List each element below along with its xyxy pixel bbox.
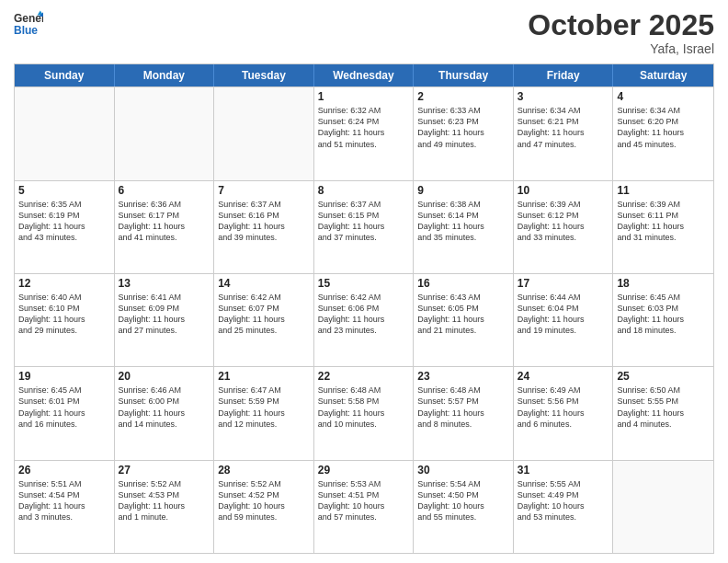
day-number: 15 — [318, 277, 410, 290]
day-cell-empty — [613, 461, 713, 553]
day-number: 13 — [119, 277, 210, 290]
day-cell-27: 27Sunrise: 5:52 AM Sunset: 4:53 PM Dayli… — [115, 461, 215, 553]
day-info: Sunrise: 5:52 AM Sunset: 4:53 PM Dayligh… — [119, 478, 210, 523]
location: Yafa, Israel — [528, 41, 714, 56]
calendar-row-3: 19Sunrise: 6:45 AM Sunset: 6:01 PM Dayli… — [15, 366, 713, 459]
day-number: 6 — [119, 184, 210, 197]
day-number: 26 — [18, 464, 110, 477]
day-number: 21 — [218, 370, 310, 383]
calendar-body: 1Sunrise: 6:32 AM Sunset: 6:24 PM Daylig… — [15, 86, 713, 553]
day-cell-5: 5Sunrise: 6:35 AM Sunset: 6:19 PM Daylig… — [15, 181, 115, 273]
day-cell-8: 8Sunrise: 6:37 AM Sunset: 6:15 PM Daylig… — [314, 181, 415, 273]
svg-text:Blue: Blue — [14, 24, 38, 37]
day-cell-23: 23Sunrise: 6:48 AM Sunset: 5:57 PM Dayli… — [414, 367, 514, 459]
day-info: Sunrise: 6:49 AM Sunset: 5:56 PM Dayligh… — [518, 385, 609, 430]
day-number: 23 — [417, 370, 509, 383]
calendar-row-1: 5Sunrise: 6:35 AM Sunset: 6:19 PM Daylig… — [15, 180, 713, 273]
day-number: 30 — [417, 464, 509, 477]
day-cell-31: 31Sunrise: 5:55 AM Sunset: 4:49 PM Dayli… — [514, 461, 614, 553]
day-info: Sunrise: 6:48 AM Sunset: 5:57 PM Dayligh… — [417, 385, 509, 430]
day-number: 16 — [417, 277, 509, 290]
day-number: 12 — [18, 277, 110, 290]
day-info: Sunrise: 6:37 AM Sunset: 6:16 PM Dayligh… — [218, 199, 310, 244]
day-cell-empty — [214, 87, 314, 179]
day-cell-21: 21Sunrise: 6:47 AM Sunset: 5:59 PM Dayli… — [214, 367, 314, 459]
day-info: Sunrise: 6:46 AM Sunset: 6:00 PM Dayligh… — [119, 385, 210, 430]
day-info: Sunrise: 6:47 AM Sunset: 5:59 PM Dayligh… — [218, 385, 310, 430]
calendar-header: SundayMondayTuesdayWednesdayThursdayFrid… — [15, 64, 713, 86]
day-number: 25 — [617, 370, 710, 383]
day-info: Sunrise: 6:45 AM Sunset: 6:01 PM Dayligh… — [18, 385, 110, 430]
calendar-row-4: 26Sunrise: 5:51 AM Sunset: 4:54 PM Dayli… — [15, 460, 713, 553]
day-cell-25: 25Sunrise: 6:50 AM Sunset: 5:55 PM Dayli… — [613, 367, 713, 459]
day-cell-26: 26Sunrise: 5:51 AM Sunset: 4:54 PM Dayli… — [15, 461, 115, 553]
calendar-row-0: 1Sunrise: 6:32 AM Sunset: 6:24 PM Daylig… — [15, 86, 713, 179]
day-number: 2 — [417, 90, 509, 103]
day-cell-15: 15Sunrise: 6:42 AM Sunset: 6:06 PM Dayli… — [314, 274, 415, 366]
day-number: 27 — [119, 464, 210, 477]
day-info: Sunrise: 5:54 AM Sunset: 4:50 PM Dayligh… — [417, 478, 509, 523]
day-cell-empty — [115, 87, 215, 179]
day-number: 14 — [218, 277, 310, 290]
day-cell-3: 3Sunrise: 6:34 AM Sunset: 6:21 PM Daylig… — [514, 87, 614, 179]
day-cell-9: 9Sunrise: 6:38 AM Sunset: 6:14 PM Daylig… — [414, 181, 514, 273]
day-cell-7: 7Sunrise: 6:37 AM Sunset: 6:16 PM Daylig… — [214, 181, 314, 273]
day-number: 24 — [518, 370, 609, 383]
day-cell-12: 12Sunrise: 6:40 AM Sunset: 6:10 PM Dayli… — [15, 274, 115, 366]
day-cell-19: 19Sunrise: 6:45 AM Sunset: 6:01 PM Dayli… — [15, 367, 115, 459]
day-info: Sunrise: 6:40 AM Sunset: 6:10 PM Dayligh… — [18, 292, 110, 337]
day-info: Sunrise: 6:34 AM Sunset: 6:20 PM Dayligh… — [617, 105, 710, 150]
day-cell-24: 24Sunrise: 6:49 AM Sunset: 5:56 PM Dayli… — [514, 367, 614, 459]
day-info: Sunrise: 6:39 AM Sunset: 6:12 PM Dayligh… — [518, 199, 609, 244]
header-day-thursday: Thursday — [414, 64, 514, 86]
day-cell-16: 16Sunrise: 6:43 AM Sunset: 6:05 PM Dayli… — [414, 274, 514, 366]
day-cell-4: 4Sunrise: 6:34 AM Sunset: 6:20 PM Daylig… — [613, 87, 713, 179]
day-info: Sunrise: 5:55 AM Sunset: 4:49 PM Dayligh… — [518, 478, 609, 523]
day-cell-22: 22Sunrise: 6:48 AM Sunset: 5:58 PM Dayli… — [314, 367, 415, 459]
day-number: 19 — [18, 370, 110, 383]
header: General Blue October 2025 Yafa, Israel — [14, 9, 714, 56]
day-number: 18 — [617, 277, 710, 290]
day-cell-empty — [15, 87, 115, 179]
day-cell-14: 14Sunrise: 6:42 AM Sunset: 6:07 PM Dayli… — [214, 274, 314, 366]
day-info: Sunrise: 5:51 AM Sunset: 4:54 PM Dayligh… — [18, 478, 110, 523]
calendar: SundayMondayTuesdayWednesdayThursdayFrid… — [14, 63, 714, 554]
day-info: Sunrise: 6:42 AM Sunset: 6:06 PM Dayligh… — [318, 292, 410, 337]
day-cell-20: 20Sunrise: 6:46 AM Sunset: 6:00 PM Dayli… — [115, 367, 215, 459]
header-day-friday: Friday — [514, 64, 614, 86]
day-info: Sunrise: 6:44 AM Sunset: 6:04 PM Dayligh… — [518, 292, 609, 337]
day-info: Sunrise: 6:37 AM Sunset: 6:15 PM Dayligh… — [318, 199, 410, 244]
day-cell-10: 10Sunrise: 6:39 AM Sunset: 6:12 PM Dayli… — [514, 181, 614, 273]
day-number: 4 — [617, 90, 710, 103]
day-number: 31 — [518, 464, 609, 477]
day-info: Sunrise: 6:35 AM Sunset: 6:19 PM Dayligh… — [18, 199, 110, 244]
day-number: 10 — [518, 184, 609, 197]
day-number: 1 — [318, 90, 410, 103]
day-info: Sunrise: 6:36 AM Sunset: 6:17 PM Dayligh… — [119, 199, 210, 244]
header-day-monday: Monday — [115, 64, 215, 86]
day-cell-1: 1Sunrise: 6:32 AM Sunset: 6:24 PM Daylig… — [314, 87, 415, 179]
page: General Blue October 2025 Yafa, Israel S… — [0, 0, 728, 563]
day-cell-6: 6Sunrise: 6:36 AM Sunset: 6:17 PM Daylig… — [115, 181, 215, 273]
day-cell-11: 11Sunrise: 6:39 AM Sunset: 6:11 PM Dayli… — [613, 181, 713, 273]
header-day-sunday: Sunday — [15, 64, 115, 86]
header-day-tuesday: Tuesday — [214, 64, 314, 86]
day-cell-17: 17Sunrise: 6:44 AM Sunset: 6:04 PM Dayli… — [514, 274, 614, 366]
day-number: 3 — [518, 90, 609, 103]
day-cell-30: 30Sunrise: 5:54 AM Sunset: 4:50 PM Dayli… — [414, 461, 514, 553]
day-number: 20 — [119, 370, 210, 383]
day-cell-13: 13Sunrise: 6:41 AM Sunset: 6:09 PM Dayli… — [115, 274, 215, 366]
day-info: Sunrise: 6:39 AM Sunset: 6:11 PM Dayligh… — [617, 199, 710, 244]
day-info: Sunrise: 6:48 AM Sunset: 5:58 PM Dayligh… — [318, 385, 410, 430]
day-number: 22 — [318, 370, 410, 383]
logo-icon: General Blue — [14, 9, 43, 39]
day-number: 11 — [617, 184, 710, 197]
header-day-wednesday: Wednesday — [314, 64, 415, 86]
header-day-saturday: Saturday — [613, 64, 713, 86]
day-number: 28 — [218, 464, 310, 477]
day-info: Sunrise: 5:52 AM Sunset: 4:52 PM Dayligh… — [218, 478, 310, 523]
day-number: 8 — [318, 184, 410, 197]
day-number: 17 — [518, 277, 609, 290]
day-info: Sunrise: 6:45 AM Sunset: 6:03 PM Dayligh… — [617, 292, 710, 337]
day-cell-28: 28Sunrise: 5:52 AM Sunset: 4:52 PM Dayli… — [214, 461, 314, 553]
